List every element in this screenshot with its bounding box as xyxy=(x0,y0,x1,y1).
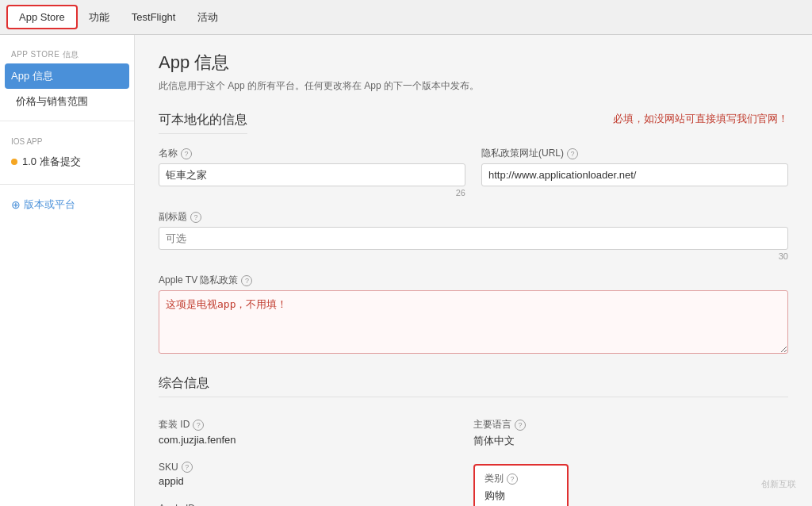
name-privacy-row: 名称 ? 26 隐私政策网址(URL) ? xyxy=(159,147,788,197)
comprehensive-section: 综合信息 套装 ID ? com.juzjia.fenfen SKU xyxy=(159,375,788,506)
sku-label: SKU ? xyxy=(159,462,473,473)
sidebar-ios-section: IOS APP 1.0 准备提交 xyxy=(0,128,134,178)
subtitle-row: 副标题 ? 30 xyxy=(159,210,788,261)
plus-icon: ⊕ xyxy=(11,198,21,211)
category-box: 类别 ? 购物 xyxy=(473,464,569,506)
primary-lang-item: 主要语言 ? 简体中文 xyxy=(473,410,788,456)
nav-features[interactable]: 功能 xyxy=(78,6,121,29)
appletv-section: Apple TV 隐私政策 ? 这项是电视app，不用填！ xyxy=(159,274,788,356)
category-item: 类别 ? 购物 xyxy=(473,456,788,506)
platform-label: 版本或平台 xyxy=(24,197,75,212)
sidebar-divider2 xyxy=(0,184,134,185)
status-dot xyxy=(11,159,17,165)
subtitle-help-icon[interactable]: ? xyxy=(190,212,201,223)
sidebar-ios-item[interactable]: 1.0 准备提交 xyxy=(0,149,134,174)
sidebar-item-appinfo[interactable]: App 信息 xyxy=(5,63,129,89)
layout: APP STORE 信息 App 信息 价格与销售范围 IOS APP 1.0 … xyxy=(0,35,812,506)
privacy-label: 隐私政策网址(URL) ? xyxy=(481,147,788,160)
ios-app-version: 1.0 准备提交 xyxy=(22,155,81,169)
notice-text: 必填，如没网站可直接填写我们官网！ xyxy=(613,112,788,126)
sku-item: SKU ? appid xyxy=(159,454,473,495)
category-label: 类别 ? xyxy=(485,472,557,485)
apple-id-item: Apple ID 1338152267 xyxy=(159,495,473,506)
nav-testflight[interactable]: TestFlight xyxy=(121,6,187,28)
category-help-icon[interactable]: ? xyxy=(507,473,518,485)
primary-lang-value: 简体中文 xyxy=(473,434,788,448)
name-group: 名称 ? 26 xyxy=(159,147,465,197)
bundle-id-value: com.juzjia.fenfen xyxy=(159,434,473,446)
appletv-label: Apple TV 隐私政策 ? xyxy=(159,274,788,287)
subtitle-group: 副标题 ? 30 xyxy=(159,210,788,261)
main-content: App 信息 此信息用于这个 App 的所有平台。任何更改将在 App 的下一个… xyxy=(135,35,812,506)
name-char-count: 26 xyxy=(159,188,465,197)
primary-lang-label: 主要语言 ? xyxy=(473,418,788,431)
sku-help-icon[interactable]: ? xyxy=(182,462,193,473)
privacy-input[interactable] xyxy=(481,163,788,186)
subtitle-label: 副标题 ? xyxy=(159,210,788,224)
page-title: App 信息 xyxy=(159,51,788,75)
privacy-help-icon[interactable]: ? xyxy=(567,148,578,159)
sidebar-ios-title: IOS APP xyxy=(0,131,134,149)
page-subtitle: 此信息用于这个 App 的所有平台。任何更改将在 App 的下一个版本中发布。 xyxy=(159,79,788,93)
subtitle-char-count: 30 xyxy=(159,251,788,261)
sidebar-divider xyxy=(0,121,134,121)
nav-activity[interactable]: 活动 xyxy=(186,6,229,29)
sidebar: APP STORE 信息 App 信息 价格与销售范围 IOS APP 1.0 … xyxy=(0,35,135,506)
sidebar-item-pricing[interactable]: 价格与销售范围 xyxy=(0,89,134,114)
watermark: 创新互联 xyxy=(761,478,796,490)
top-nav: App Store 功能 TestFlight 活动 xyxy=(0,0,812,35)
bundle-help-icon[interactable]: ? xyxy=(193,420,204,431)
apple-id-label: Apple ID xyxy=(159,503,473,506)
nav-appstore[interactable]: App Store xyxy=(6,5,78,29)
left-info-col: 套装 ID ? com.juzjia.fenfen SKU ? appid xyxy=(159,410,473,506)
lang-help-icon[interactable]: ? xyxy=(515,420,526,431)
localize-section-title: 可本地化的信息 xyxy=(159,112,247,134)
info-grid: 套装 ID ? com.juzjia.fenfen SKU ? appid xyxy=(159,410,788,506)
bundle-id-item: 套装 ID ? com.juzjia.fenfen xyxy=(159,410,473,454)
appletv-textarea[interactable]: 这项是电视app，不用填！ xyxy=(159,290,788,354)
sidebar-platform[interactable]: ⊕ 版本或平台 xyxy=(0,191,134,218)
right-info-col: 主要语言 ? 简体中文 类别 ? 购物 xyxy=(473,410,788,506)
subtitle-input[interactable] xyxy=(159,227,788,250)
bundle-id-label: 套装 ID ? xyxy=(159,418,473,431)
name-help-icon[interactable]: ? xyxy=(181,148,192,159)
category-value: 购物 xyxy=(485,489,557,503)
sku-value: appid xyxy=(159,475,473,487)
name-input[interactable] xyxy=(159,163,465,186)
localize-header: 可本地化的信息 必填，如没网站可直接填写我们官网！ xyxy=(159,112,788,147)
name-label: 名称 ? xyxy=(159,147,465,160)
sidebar-appstore-title: APP STORE 信息 xyxy=(0,43,134,63)
privacy-group: 隐私政策网址(URL) ? xyxy=(481,147,788,186)
comprehensive-title: 综合信息 xyxy=(159,375,788,397)
appletv-help-icon[interactable]: ? xyxy=(241,275,252,286)
